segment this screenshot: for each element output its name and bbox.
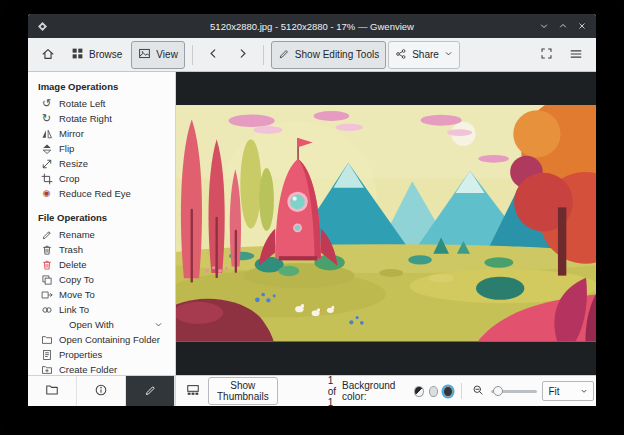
mirror-icon xyxy=(40,127,53,140)
info-icon xyxy=(94,383,108,399)
tab-information[interactable] xyxy=(77,376,126,406)
sidebar-item-label: Rotate Right xyxy=(59,113,112,124)
sidebar-item-label: Open Containing Folder xyxy=(59,334,160,345)
sidebar-item-label: Mirror xyxy=(59,128,84,139)
sidebar-item-label: Move To xyxy=(59,289,95,300)
chevron-down-icon xyxy=(154,320,163,329)
edit-pencil-icon xyxy=(278,48,290,62)
flip-icon xyxy=(40,142,53,155)
sidebar-item-crop[interactable]: Crop xyxy=(38,171,175,186)
maximize-button[interactable] xyxy=(558,21,568,31)
background-dark-swatch[interactable] xyxy=(443,386,453,397)
tab-operations[interactable] xyxy=(126,376,175,406)
show-editing-tools-label: Show Editing Tools xyxy=(295,49,379,60)
forward-button[interactable] xyxy=(229,41,256,69)
desktop-background: 5120x2880.jpg - 5120x2880 - 17% — Gwenvi… xyxy=(0,0,624,435)
background-color-label: Background color: xyxy=(342,380,409,402)
window-title: 5120x2880.jpg - 5120x2880 - 17% — Gwenvi… xyxy=(28,21,596,32)
background-light-swatch[interactable] xyxy=(429,386,439,397)
sidebar-item-label: Copy To xyxy=(59,274,94,285)
chevron-down-icon xyxy=(580,386,588,397)
image-counter: 1 of 1 xyxy=(328,375,336,407)
sidebar-item-label: Flip xyxy=(59,143,74,154)
view-label: View xyxy=(156,49,178,60)
menu-button[interactable] xyxy=(562,41,590,69)
sidebar-item-rotate-left[interactable]: ↺ Rotate Left xyxy=(38,96,175,111)
sidebar-item-trash[interactable]: Trash xyxy=(38,242,175,257)
sidebar-item-resize[interactable]: Resize xyxy=(38,156,175,171)
sidebar-item-delete[interactable]: Delete xyxy=(38,257,175,272)
background-auto-swatch[interactable] xyxy=(414,386,424,397)
copy-icon xyxy=(40,273,53,286)
rotate-left-icon: ↺ xyxy=(40,97,53,110)
sidebar-item-flip[interactable]: Flip xyxy=(38,141,175,156)
sidebar-item-rotate-right[interactable]: ↻ Rotate Right xyxy=(38,111,175,126)
sidebar-item-reduce-red-eye[interactable]: ◉ Reduce Red Eye xyxy=(38,186,175,201)
sidebar-item-copy-to[interactable]: Copy To xyxy=(38,272,175,287)
delete-icon xyxy=(40,258,53,271)
hamburger-menu-icon xyxy=(569,47,583,63)
sidebar-item-label: Delete xyxy=(59,259,86,270)
sidebar-item-label: Link To xyxy=(59,304,89,315)
sidebar-item-move-to[interactable]: Move To xyxy=(38,287,175,302)
browse-icon xyxy=(71,47,84,62)
view-mode-button[interactable]: View xyxy=(131,41,185,69)
sidebar-item-open-with[interactable]: Open With xyxy=(38,317,175,332)
sidebar-item-label: Open With xyxy=(69,319,114,330)
browse-mode-button[interactable]: Browse xyxy=(64,41,129,69)
trash-icon xyxy=(40,243,53,256)
folder-open-icon xyxy=(40,333,53,346)
close-button[interactable] xyxy=(577,21,587,31)
file-operations-header: File Operations xyxy=(38,211,175,227)
sidebar-item-link-to[interactable]: Link To xyxy=(38,302,175,317)
sidebar-item-label: Rename xyxy=(59,229,95,240)
back-icon xyxy=(207,47,220,62)
show-editing-tools-button[interactable]: Show Editing Tools xyxy=(271,41,386,69)
back-button[interactable] xyxy=(200,41,227,69)
zoom-slider-knob[interactable] xyxy=(493,386,503,396)
sidebar-item-label: Properties xyxy=(59,349,102,360)
rename-icon xyxy=(40,228,53,241)
main-toolbar: Browse View Show Editing Tools Share xyxy=(28,38,596,72)
browse-label: Browse xyxy=(89,49,122,60)
fullscreen-icon xyxy=(540,47,553,62)
sidebar-item-properties[interactable]: Properties xyxy=(38,347,175,362)
share-label: Share xyxy=(412,49,439,60)
fullscreen-button[interactable] xyxy=(533,41,560,69)
tab-folders[interactable] xyxy=(28,376,77,406)
forward-icon xyxy=(236,47,249,62)
gwenview-window: 5120x2880.jpg - 5120x2880 - 17% — Gwenvi… xyxy=(28,14,596,406)
image-operations-header: Image Operations xyxy=(38,80,175,96)
show-thumbnails-button[interactable]: Show Thumbnails xyxy=(208,377,278,405)
red-eye-icon: ◉ xyxy=(40,187,53,200)
sidebar-item-rename[interactable]: Rename xyxy=(38,227,175,242)
sidebar-item-open-containing-folder[interactable]: Open Containing Folder xyxy=(38,332,175,347)
toolbar-separator xyxy=(192,45,193,65)
statusbar-separator xyxy=(461,383,462,399)
link-icon xyxy=(40,303,53,316)
thumbnail-bar-button[interactable] xyxy=(184,381,202,401)
home-button[interactable] xyxy=(34,41,62,69)
sidebar-item-label: Resize xyxy=(59,158,88,169)
view-icon xyxy=(138,47,151,62)
titlebar[interactable]: 5120x2880.jpg - 5120x2880 - 17% — Gwenvi… xyxy=(28,14,596,38)
chevron-down-icon xyxy=(444,49,453,60)
statusbar: Show Thumbnails 1 of 1 Background color: xyxy=(28,375,596,406)
image-viewer[interactable] xyxy=(176,72,596,375)
sidebar-item-label: Reduce Red Eye xyxy=(59,188,131,199)
zoom-out-icon xyxy=(472,384,484,398)
sidebar-item-create-folder[interactable]: Create Folder xyxy=(38,362,175,375)
zoom-mode-select[interactable]: Fit xyxy=(542,381,594,401)
home-icon xyxy=(41,47,55,63)
sidebar-item-label: Rotate Left xyxy=(59,98,105,109)
zoom-out-button[interactable] xyxy=(470,382,486,400)
minimize-button[interactable] xyxy=(539,21,549,31)
sidebar-item-mirror[interactable]: Mirror xyxy=(38,126,175,141)
sidebar-item-label: Create Folder xyxy=(59,364,117,375)
zoom-slider[interactable] xyxy=(491,385,538,397)
edit-pencil-icon xyxy=(144,384,157,399)
share-button[interactable]: Share xyxy=(388,41,460,69)
toolbar-separator xyxy=(263,45,264,65)
photo-rocket-illustration xyxy=(176,105,596,341)
document-properties-icon xyxy=(40,348,53,361)
